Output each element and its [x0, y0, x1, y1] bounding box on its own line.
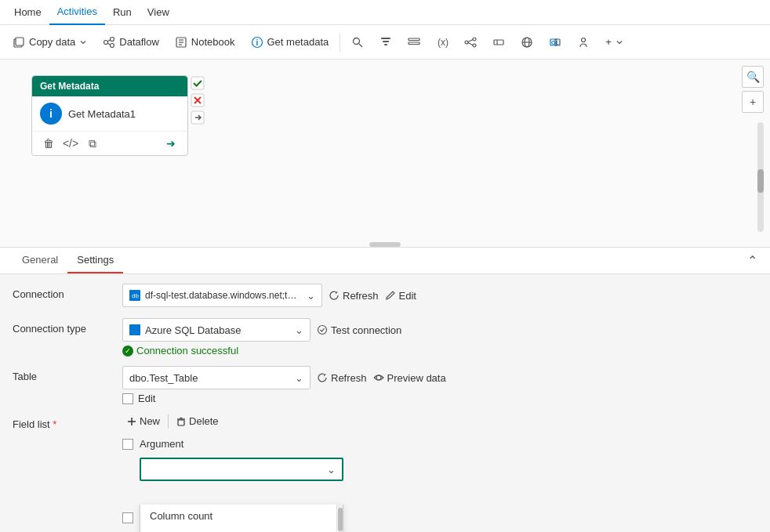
copy-data-button[interactable]: Copy data: [6, 33, 93, 52]
table-preview-btn[interactable]: Preview data: [373, 372, 446, 384]
field-list-new-btn[interactable]: New: [122, 414, 165, 429]
table-value: dbo.Test_Table: [129, 372, 198, 384]
connection-type-row: Connection type Azure SQL Database ⌄ Tes…: [13, 318, 757, 356]
svg-rect-35: [191, 77, 204, 89]
table-row: Table dbo.Test_Table ⌄ Refresh Preview d…: [13, 366, 757, 404]
svg-line-25: [468, 42, 473, 45]
field-list-row: Field list * New Delete Argument: [13, 414, 757, 532]
status-check-icon: ✓: [122, 346, 133, 356]
toolbar: Copy data Dataflow Notebook i Get metada…: [0, 25, 770, 60]
activity-delete-btn[interactable]: 🗑: [40, 135, 57, 152]
table-chevron: ⌄: [295, 372, 303, 384]
activity-node-header: Get Metadata: [32, 76, 187, 96]
toolbar-teams-icon-btn[interactable]: [571, 30, 596, 55]
connection-type-chevron: ⌄: [295, 324, 303, 336]
argument-checkbox[interactable]: [122, 439, 133, 450]
menu-item-run[interactable]: Run: [105, 0, 140, 25]
toolbar-add-button[interactable]: +: [599, 33, 630, 51]
connection-row: Connection db df-sql-test.database.windo…: [13, 284, 757, 309]
canvas-search-btn[interactable]: 🔍: [742, 66, 764, 88]
svg-point-3: [111, 37, 114, 41]
svg-point-2: [104, 40, 108, 44]
connection-chevron: ⌄: [307, 290, 315, 302]
svg-point-22: [473, 38, 476, 41]
required-marker: *: [53, 418, 56, 430]
toolbar-globe-icon-btn[interactable]: [514, 30, 539, 55]
svg-text:(x): (x): [438, 37, 449, 48]
toolbar-variable-icon-btn[interactable]: (x): [430, 30, 455, 55]
field-btn-separator: [168, 414, 169, 429]
toolbar-filter-icon-btn[interactable]: [373, 30, 398, 55]
svg-rect-17: [384, 44, 387, 45]
connection-label: Connection: [13, 284, 122, 300]
svg-rect-45: [178, 420, 184, 425]
connection-status: ✓ Connection successful: [122, 345, 757, 356]
svg-line-24: [468, 39, 473, 42]
svg-line-6: [108, 43, 111, 45]
argument-header: Argument: [122, 438, 757, 450]
svg-rect-26: [494, 40, 503, 45]
tab-settings[interactable]: Settings: [67, 248, 123, 273]
connection-edit-btn[interactable]: Edit: [385, 290, 416, 302]
menu-item-home[interactable]: Home: [6, 0, 49, 25]
dataflow-button[interactable]: Dataflow: [96, 33, 165, 52]
field-dropdown-input[interactable]: ⌄: [140, 458, 343, 481]
get-metadata-button[interactable]: i Get metadata: [245, 33, 336, 52]
table-select[interactable]: dbo.Test_Table ⌄: [122, 366, 311, 389]
svg-point-4: [111, 43, 114, 47]
connection-input[interactable]: db df-sql-test.database.windows.net;tes.…: [122, 284, 322, 307]
activity-code-btn[interactable]: </>: [62, 135, 79, 152]
notebook-button[interactable]: Notebook: [169, 33, 242, 52]
canvas-minimize-bar[interactable]: [369, 242, 401, 247]
toolbar-outlook-icon-btn[interactable]: OL: [543, 30, 568, 55]
success-icon: [190, 75, 205, 91]
toolbar-params-icon-btn[interactable]: [486, 30, 511, 55]
dropdown-list: Column count Exists Structure Add dynami…: [140, 505, 343, 532]
menu-item-view[interactable]: View: [140, 0, 177, 25]
test-connection-btn[interactable]: Test connection: [317, 324, 401, 336]
canvas-scrollbar[interactable]: [757, 122, 764, 232]
field-list-label: Field list *: [13, 414, 122, 430]
menu-bar: Home Activities Run View: [0, 0, 770, 25]
svg-text:i: i: [256, 38, 258, 47]
activity-side-icons: [190, 75, 205, 125]
tabs-bar: General Settings ⌃: [0, 248, 770, 274]
svg-rect-16: [383, 41, 389, 42]
svg-point-34: [582, 38, 586, 42]
toolbar-divider: [340, 33, 340, 52]
svg-text:db: db: [132, 292, 139, 299]
field-list-delete-btn[interactable]: Delete: [172, 414, 223, 429]
connection-type-select[interactable]: Azure SQL Database ⌄: [122, 318, 311, 342]
field-item-checkbox[interactable]: [122, 512, 133, 523]
tab-general[interactable]: General: [13, 248, 67, 273]
svg-rect-19: [409, 42, 420, 45]
fail-icon: [190, 92, 205, 108]
menu-item-activities[interactable]: Activities: [49, 0, 105, 25]
canvas-zoom-in-btn[interactable]: +: [742, 91, 764, 113]
connection-refresh-btn[interactable]: Refresh: [329, 290, 379, 302]
svg-point-21: [465, 41, 468, 44]
canvas-area: Get Metadata i Get Metadata1 🗑 </> ⧉ ➜ 🔍…: [0, 60, 770, 248]
table-edit-label: Edit: [138, 393, 155, 404]
field-dropdown-chevron: ⌄: [327, 464, 336, 476]
table-refresh-btn[interactable]: Refresh: [317, 372, 367, 384]
toolbar-connections-icon-btn[interactable]: [458, 30, 483, 55]
svg-rect-18: [409, 38, 420, 41]
activity-copy-btn[interactable]: ⧉: [84, 135, 101, 152]
arrow-icon: [190, 110, 205, 125]
table-edit-checkbox[interactable]: [122, 393, 133, 404]
activity-run-btn[interactable]: ➜: [162, 135, 180, 152]
svg-point-41: [318, 326, 327, 335]
dropdown-item-column-count[interactable]: Column count: [140, 505, 343, 527]
table-edit-checkbox-label[interactable]: Edit: [122, 393, 757, 404]
connection-type-icon: [129, 324, 140, 335]
connection-type-value: Azure SQL Database: [145, 324, 241, 336]
dropdown-item-exists[interactable]: Exists: [140, 527, 343, 532]
connection-value: df-sql-test.database.windows.net;tes...: [145, 290, 302, 301]
dropdown-scrollbar[interactable]: [336, 505, 343, 532]
toolbar-list-icon-btn[interactable]: [401, 30, 427, 55]
panel-collapse-btn[interactable]: ⌃: [747, 253, 757, 268]
toolbar-search-icon-btn[interactable]: [345, 30, 370, 55]
connection-type-label: Connection type: [13, 318, 122, 335]
dropdown-scrollbar-thumb: [338, 508, 343, 531]
